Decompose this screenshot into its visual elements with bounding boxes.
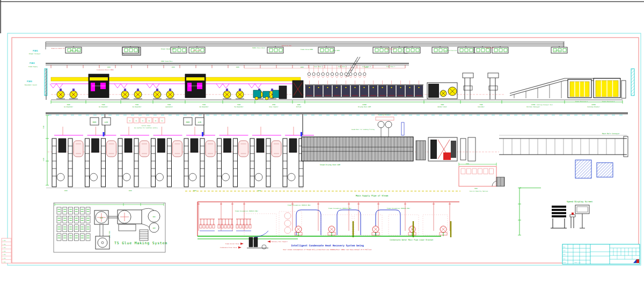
process-cylinder	[272, 141, 281, 157]
dim-value: 5500	[237, 104, 241, 106]
valve-blue	[301, 132, 302, 136]
tiny-annotation: Speed 12m/min	[70, 50, 80, 52]
machine-bar	[552, 206, 566, 208]
idle-roll	[288, 173, 295, 181]
roll-center	[137, 94, 138, 95]
tower-unit	[187, 83, 192, 91]
dim-value: 1800	[297, 104, 301, 106]
idle-roll	[90, 173, 98, 181]
alarm-lamp	[572, 213, 574, 215]
roll-center	[226, 94, 228, 95]
rack-column	[184, 138, 188, 187]
rack-column	[283, 138, 287, 187]
idle-roll	[57, 173, 64, 181]
machine-ghost	[321, 215, 352, 235]
mixer-label: AJR	[100, 217, 103, 219]
tiny-annotation: DN25	[236, 67, 239, 68]
module-lamp	[318, 87, 319, 88]
roll-center	[239, 94, 240, 95]
panel-label: MEM	[186, 121, 189, 123]
tiny-annotation: Condensate Return DN50	[97, 69, 114, 71]
machine-bar	[552, 215, 566, 217]
label-oven: Steam Drying Oven 84M	[320, 164, 340, 166]
festoon-roller	[349, 72, 352, 75]
revision-row-label: A 01	[3, 244, 6, 245]
rack-column	[266, 138, 270, 187]
bem-tank-label: BEM	[153, 228, 156, 229]
tiny-annotation: 6000	[258, 190, 261, 192]
pail-box	[63, 225, 67, 232]
festoon	[216, 84, 229, 88]
consumption-label: Steam Consumption 300KG/H 3Bar	[235, 210, 259, 212]
pail-box	[74, 234, 78, 240]
festoon	[50, 84, 63, 88]
label-t5-glue-system: T5 Glue Making System	[114, 241, 167, 245]
valve-blue	[202, 132, 203, 136]
roll-center	[73, 94, 74, 95]
roll-center	[157, 94, 158, 95]
cad-micro-label: 4200	[43, 158, 45, 161]
dim-name: 3# Unwinder	[132, 106, 142, 108]
festoon-roller	[326, 72, 329, 75]
idle-roll	[255, 173, 262, 181]
hanger-box	[318, 47, 334, 53]
label-ctrl-caption: Control Panel	[141, 125, 151, 127]
cad-path	[349, 76, 352, 78]
cad-path	[321, 76, 325, 78]
cad-micro-label: 3500	[43, 126, 45, 129]
cad-path	[312, 76, 316, 78]
module-lamp	[345, 87, 346, 88]
rack-column	[52, 138, 56, 187]
machine-bar	[552, 212, 566, 214]
process-cylinder	[206, 141, 215, 157]
control-room	[459, 166, 496, 186]
cad-drawing-viewport: F1E1 Hanger Conveyor F1E2 Steam Supply F…	[0, 0, 644, 299]
pail-box	[57, 207, 61, 214]
arrow	[238, 246, 241, 249]
festoon-roller	[317, 72, 320, 75]
panel-label: AJR	[105, 121, 108, 123]
dim-name: Cooling Stacker	[587, 106, 600, 108]
revision-row-label: A 01	[3, 261, 6, 263]
roll-stand	[257, 138, 264, 152]
pail-box	[74, 216, 78, 223]
calender-top	[463, 73, 473, 78]
pail-box	[69, 207, 73, 214]
dim-name: Glue Coater	[269, 106, 279, 108]
festoon-roller	[363, 72, 366, 75]
tank-base	[119, 224, 136, 231]
cad-circle	[284, 213, 291, 219]
roll-brake	[137, 89, 139, 91]
cad-circle	[284, 227, 291, 234]
dim-name: 2# Unwinder	[99, 106, 108, 108]
condensate-loop	[376, 210, 400, 235]
rack-column	[134, 138, 138, 187]
tiny-annotation: 2200	[466, 163, 469, 165]
dim-value: 10500	[591, 104, 596, 106]
recovery-tank	[254, 237, 258, 247]
dim-name: Winder Unit	[437, 106, 447, 108]
pail-box	[74, 225, 78, 232]
pail-box	[80, 234, 84, 240]
label-mesh-conveyor: Mesh Belt Conveyor	[602, 133, 620, 135]
process-cylinder	[239, 141, 248, 157]
cad-rect	[468, 137, 475, 161]
roll-center	[60, 94, 61, 95]
hanger-box	[458, 47, 474, 53]
label-steam-title: Main Supply Pipe of Steam	[356, 194, 389, 197]
tiny-annotation: Oven Zone 3	[362, 66, 371, 68]
festoon-roller	[358, 72, 361, 75]
title-block	[562, 244, 640, 264]
pail-box	[57, 216, 61, 223]
tiny-annotation: Oven Zone 1	[314, 66, 323, 68]
label-f2-sub: Steam Supply	[28, 66, 38, 68]
tiny-annotation: Hoist Station	[385, 48, 396, 50]
cad-line	[510, 78, 565, 93]
tiny-annotation: 6000	[64, 190, 68, 192]
cad-path	[340, 76, 343, 78]
red-block	[443, 152, 451, 160]
cad-circle	[101, 242, 104, 244]
cad-circle	[255, 97, 258, 100]
roll-brake	[124, 89, 126, 91]
tiny-annotation: DN25	[172, 67, 175, 68]
